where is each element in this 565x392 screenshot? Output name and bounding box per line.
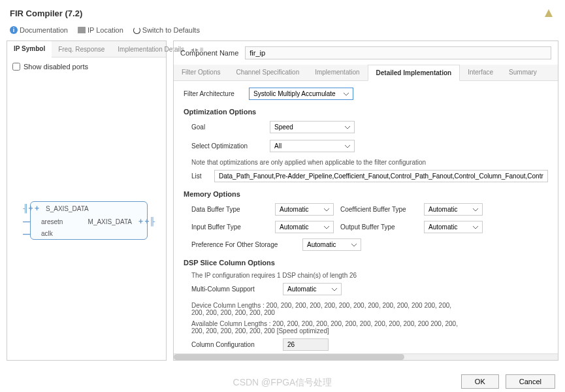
port-m-axis-data: M_AXIS_DATA [88,218,132,225]
ok-button[interactable]: OK [461,374,499,389]
in-buf-label: Input Buffer Type [191,223,270,231]
component-name-input[interactable] [245,46,551,59]
folder-icon [78,27,86,33]
tab-summary[interactable]: Summary [501,65,545,80]
filter-arch-label: Filter Architecture [184,90,242,97]
avail-col-lengths: Available Column Lengths : 200, 200, 200… [191,320,466,335]
vendor-logo [542,7,555,20]
multi-col-select[interactable]: Automatic [283,283,342,295]
col-conf-input[interactable] [283,338,329,351]
data-buf-select[interactable]: Automatic [275,203,334,216]
optimization-title: Optimization Options [184,108,548,116]
port-aresetn: aresetn [41,218,63,225]
tab-interface[interactable]: Interface [460,65,501,80]
component-name-label: Component Name [180,49,238,57]
port-aclk: aclk [41,230,53,237]
port-plus-icon: ╢+ [23,204,33,213]
show-disabled-ports-label: Show disabled ports [24,63,88,71]
documentation-link[interactable]: i Documentation [10,26,68,34]
port-plus-icon: +╟ [144,217,155,226]
left-panel: IP Symbol Freq. Response Implementation … [7,41,167,361]
dev-col-lengths: Device Column Lengths : 200, 200, 200, 2… [191,302,466,316]
port-minus-icon: — [23,217,31,226]
show-disabled-ports-checkbox[interactable] [12,63,20,71]
out-buf-select[interactable]: Automatic [424,221,483,233]
tab-detailed-impl[interactable]: Detailed Implementation [368,65,460,81]
list-label: List [191,172,208,180]
switch-defaults-link[interactable]: Switch to Defaults [133,26,200,34]
ip-symbol-block: ╢+ + S_AXIS_DATA — aresetn M_AXIS_DATA +… [30,201,148,240]
tab-freq-response[interactable]: Freq. Response [52,42,111,57]
select-opt-label: Select Optimization [191,142,263,150]
coef-buf-label: Coefficient Buffer Type [340,206,419,213]
opt-note: Note that optimizations are only applied… [191,159,548,166]
col-conf-label: Column Configuration [191,341,276,348]
pref-storage-label: Preference For Other Storage [191,241,296,248]
coef-buf-select[interactable]: Automatic [424,203,483,216]
tab-filter-options[interactable]: Filter Options [174,65,228,80]
horizontal-scrollbar[interactable] [174,353,558,360]
opt-list-input[interactable] [214,170,548,182]
cancel-button[interactable]: Cancel [506,374,555,389]
dsp-title: DSP Slice Column Options [184,259,548,267]
ip-location-label: IP Location [88,26,123,34]
window-title: FIR Compiler (7.2) [10,8,82,18]
tab-channel-spec[interactable]: Channel Specification [228,65,307,80]
goal-label: Goal [191,123,263,131]
watermark: CSDN @FPGA信号处理 [233,377,332,389]
port-s-axis-data: S_AXIS_DATA [46,205,89,212]
tab-implementation[interactable]: Implementation [307,65,367,80]
data-buf-label: Data Buffer Type [191,206,270,213]
ip-location-link[interactable]: IP Location [78,26,123,34]
tab-ip-symbol[interactable]: IP Symbol [7,41,52,57]
switch-defaults-label: Switch to Defaults [142,26,200,34]
port-minus-icon: — [23,229,31,238]
right-panel: Component Name Filter Options Channel Sp… [173,41,558,361]
refresh-icon [133,27,140,34]
goal-select[interactable]: Speed [270,121,355,133]
info-icon: i [10,26,18,34]
memory-title: Memory Options [184,190,548,198]
dsp-req: The IP configuration requires 1 DSP chai… [191,272,548,279]
documentation-label: Documentation [20,26,68,34]
filter-arch-select[interactable]: Systolic Multiply Accumulate [249,88,353,100]
select-opt-select[interactable]: All [270,140,355,152]
pref-storage-select[interactable]: Automatic [302,238,361,251]
in-buf-select[interactable]: Automatic [275,221,334,233]
multi-col-label: Multi-Column Support [191,286,276,293]
out-buf-label: Output Buffer Type [340,223,419,231]
